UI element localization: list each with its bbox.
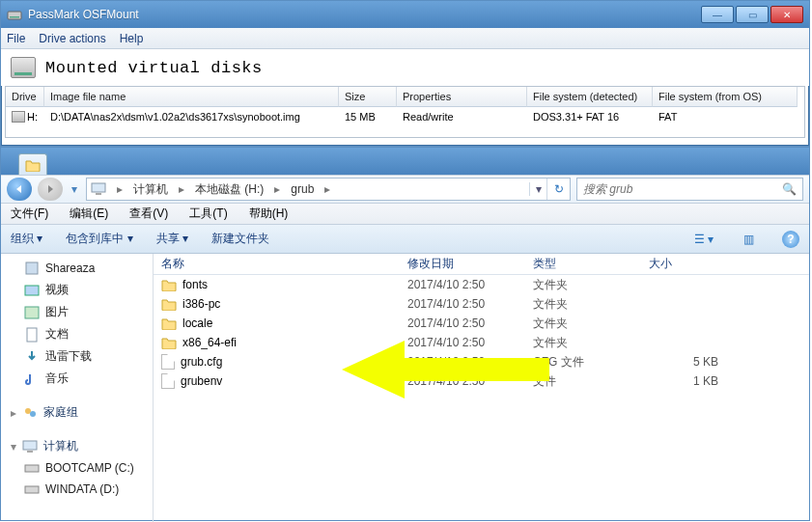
col-fs-os[interactable]: File system (from OS) — [653, 87, 798, 107]
list-item[interactable]: locale2017/4/10 2:50文件夹 — [154, 314, 809, 333]
section-title: Mounted virtual disks — [45, 59, 263, 77]
search-input[interactable] — [583, 182, 776, 196]
menu-file[interactable]: 文件(F) — [11, 206, 48, 222]
svg-rect-0 — [8, 12, 21, 19]
file-icon — [161, 373, 175, 389]
video-icon — [24, 283, 40, 298]
breadcrumb-dropdown[interactable]: ▾ — [529, 182, 546, 196]
col-date[interactable]: 修改日期 — [400, 256, 525, 272]
explorer-toolbar: 组织 ▾ 包含到库中 ▾ 共享 ▾ 新建文件夹 ☰ ▾ ▥ ? — [1, 225, 809, 254]
toolbar-share[interactable]: 共享 ▾ — [156, 231, 188, 247]
svg-rect-13 — [25, 486, 39, 493]
titlebar[interactable]: PassMark OSFMount — ▭ ✕ — [1, 1, 809, 28]
list-item[interactable]: i386-pc2017/4/10 2:50文件夹 — [154, 294, 809, 314]
menu-bar: File Drive actions Help — [1, 28, 809, 49]
col-type[interactable]: 类型 — [525, 256, 641, 272]
back-button[interactable] — [7, 178, 32, 201]
explorer-menu-bar: 文件(F) 编辑(E) 查看(V) 工具(T) 帮助(H) — [1, 204, 809, 225]
col-fs-detected[interactable]: File system (detected) — [527, 87, 653, 107]
breadcrumb[interactable]: ▸ 计算机 ▸ 本地磁盘 (H:) ▸ grub ▸ ▾ ↻ — [86, 178, 571, 201]
menu-view[interactable]: 查看(V) — [129, 206, 168, 222]
file-type: 文件夹 — [525, 277, 641, 293]
tree-item[interactable]: 视频 — [1, 279, 153, 301]
help-button[interactable]: ? — [782, 231, 799, 248]
drive-icon — [24, 460, 40, 476]
folder-icon — [161, 316, 177, 330]
menu-edit[interactable]: 编辑(E) — [70, 206, 108, 222]
col-size[interactable]: 大小 — [641, 256, 738, 272]
disk-icon — [12, 111, 25, 123]
table-row[interactable]: H: D:\DATA\nas2x\dsm\v1.02a2\ds3617xs\sy… — [6, 107, 804, 126]
col-image[interactable]: Image file name — [44, 87, 339, 107]
breadcrumb-sep[interactable]: ▸ — [174, 182, 189, 196]
file-icon — [161, 354, 175, 370]
forward-button[interactable] — [38, 178, 63, 201]
list-header: 名称 修改日期 类型 大小 — [154, 254, 809, 275]
app-icon — [24, 261, 40, 276]
tree-group-computer[interactable]: ▾计算机 — [1, 435, 153, 457]
tree-item[interactable]: Shareaza — [1, 258, 153, 279]
menu-drive-actions[interactable]: Drive actions — [39, 32, 105, 45]
close-button[interactable]: ✕ — [770, 6, 803, 23]
toolbar-new-folder[interactable]: 新建文件夹 — [211, 231, 269, 247]
tree-group-homegroup[interactable]: ▸家庭组 — [1, 401, 153, 424]
computer-icon — [91, 182, 106, 196]
list-item[interactable]: grub.cfg2017/4/10 2:50CFG 文件5 KB — [154, 352, 809, 371]
breadcrumb-sep[interactable]: ▸ — [320, 182, 335, 196]
cell-size: 15 MB — [339, 107, 397, 126]
col-properties[interactable]: Properties — [397, 87, 527, 107]
file-type: 文件夹 — [525, 316, 641, 332]
tree-item[interactable]: WINDATA (D:) — [1, 479, 153, 500]
file-name: grubenv — [181, 374, 222, 388]
history-dropdown[interactable]: ▾ — [69, 180, 80, 198]
breadcrumb-sep[interactable]: ▸ — [112, 182, 127, 196]
breadcrumb-seg[interactable]: grub — [285, 179, 320, 200]
toolbar-organize[interactable]: 组织 ▾ — [11, 231, 42, 247]
svg-rect-1 — [10, 16, 19, 18]
tree-item[interactable]: BOOTCAMP (C:) — [1, 457, 153, 479]
nav-tree[interactable]: Shareaza 视频 图片 文档 迅雷下载 音乐 ▸家庭组 ▾计算机 BOOT… — [1, 254, 154, 522]
minimize-button[interactable]: — — [701, 6, 734, 23]
menu-tools[interactable]: 工具(T) — [189, 206, 227, 222]
col-size[interactable]: Size — [339, 87, 397, 107]
search-box[interactable]: 🔍 — [576, 178, 803, 201]
file-list[interactable]: 名称 修改日期 类型 大小 fonts2017/4/10 2:50文件夹i386… — [154, 254, 809, 522]
svg-rect-11 — [27, 451, 33, 453]
osfmount-window: PassMark OSFMount — ▭ ✕ File Drive actio… — [0, 0, 810, 147]
view-mode-button[interactable]: ☰ ▾ — [693, 229, 714, 250]
file-type: 文件 — [525, 373, 641, 390]
refresh-button[interactable]: ↻ — [546, 179, 570, 200]
tree-item[interactable]: 音乐 — [1, 368, 153, 390]
list-item[interactable]: grubenv2017/4/10 2:50文件1 KB — [154, 371, 809, 391]
explorer-tab[interactable] — [18, 153, 47, 175]
menu-help[interactable]: Help — [120, 32, 144, 45]
col-drive[interactable]: Drive — [6, 87, 44, 107]
file-name: locale — [182, 316, 212, 330]
menu-help[interactable]: 帮助(H) — [249, 206, 289, 222]
tree-item[interactable]: 图片 — [1, 301, 153, 323]
list-item[interactable]: fonts2017/4/10 2:50文件夹 — [154, 275, 809, 294]
svg-rect-10 — [23, 441, 37, 450]
col-name[interactable]: 名称 — [154, 256, 400, 272]
svg-point-8 — [25, 408, 31, 414]
file-type: 文件夹 — [525, 296, 641, 313]
homegroup-icon — [22, 405, 38, 421]
folder-icon — [161, 297, 177, 311]
file-name: fonts — [182, 278, 208, 291]
explorer-window: ▾ ▸ 计算机 ▸ 本地磁盘 (H:) ▸ grub ▸ ▾ ↻ 🔍 文件(F)… — [0, 147, 810, 521]
file-date: 2017/4/10 2:50 — [400, 278, 525, 291]
toolbar-include[interactable]: 包含到库中 ▾ — [66, 231, 132, 247]
breadcrumb-seg[interactable]: 计算机 — [127, 179, 174, 200]
svg-rect-4 — [26, 262, 38, 274]
tree-item[interactable]: 迅雷下载 — [1, 345, 153, 368]
preview-pane-button[interactable]: ▥ — [738, 229, 759, 250]
tree-item[interactable]: 文档 — [1, 323, 153, 345]
breadcrumb-sep[interactable]: ▸ — [269, 182, 285, 196]
cell-prop: Read/write — [397, 107, 527, 126]
breadcrumb-seg[interactable]: 本地磁盘 (H:) — [189, 179, 269, 200]
search-icon[interactable]: 🔍 — [782, 182, 797, 196]
list-item[interactable]: x86_64-efi2017/4/10 2:50文件夹 — [154, 333, 809, 352]
menu-file[interactable]: File — [7, 32, 25, 45]
maximize-button[interactable]: ▭ — [736, 6, 769, 23]
svg-rect-6 — [25, 307, 39, 318]
